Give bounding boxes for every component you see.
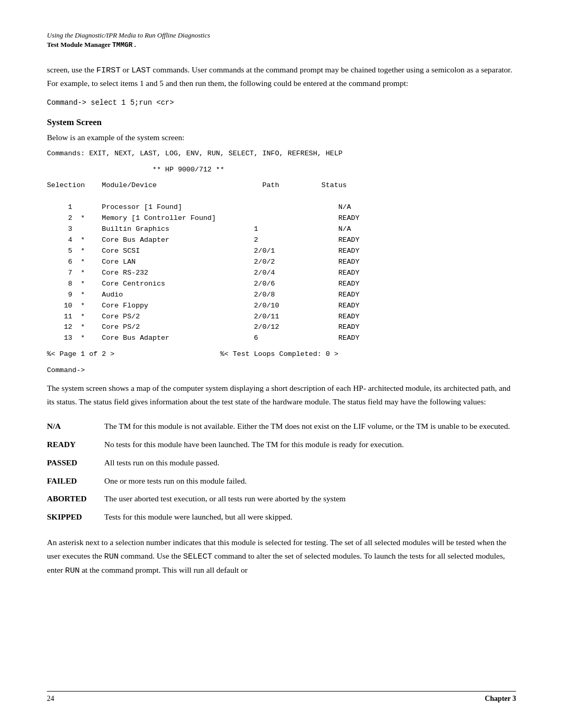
- intro-paragraph: screen, use the FIRST or LAST commands. …: [47, 64, 516, 90]
- footer: 24 Chapter 3: [47, 691, 516, 703]
- footer-chapter: Chapter 3: [485, 695, 516, 703]
- section-heading: System Screen: [47, 117, 516, 128]
- closing-paragraph: An asterisk next to a selection number i…: [47, 536, 516, 578]
- definition-term: READY: [47, 436, 104, 454]
- definition-row: ABORTEDThe user aborted test execution, …: [47, 490, 516, 508]
- breadcrumb-italic: Using the Diagnostic/IPR Media to Run Of…: [47, 31, 516, 40]
- definition-table-body: N/AThe TM for this module is not availab…: [47, 417, 516, 526]
- definition-description: One or more tests run on this module fai…: [104, 472, 516, 490]
- below-heading-text: Below is an example of the system screen…: [47, 133, 516, 142]
- definition-term: FAILED: [47, 472, 104, 490]
- command-example: Command-> select 1 5;run <cr>: [47, 98, 516, 107]
- definition-row: N/AThe TM for this module is not availab…: [47, 417, 516, 436]
- screen-commands-line: Commands: EXIT, NEXT, LAST, LOG, ENV, RU…: [47, 149, 516, 159]
- definition-description: Tests for this module were launched, but…: [104, 508, 516, 526]
- screen-table: Selection Module/Device Path Status 1 Pr…: [47, 180, 516, 344]
- definition-row: FAILEDOne or more tests run on this modu…: [47, 472, 516, 490]
- screen-command-prompt: Command->: [47, 365, 516, 376]
- screen-title: ** HP 9000/712 **: [47, 165, 516, 176]
- definition-row: READYNo tests for this module have been …: [47, 436, 516, 454]
- body-paragraph: The system screen shows a map of the com…: [47, 381, 516, 408]
- footer-page-number: 24: [47, 695, 54, 703]
- page: Using the Diagnostic/IPR Media to Run Of…: [0, 0, 563, 728]
- definition-description: The TM for this module is not available.…: [104, 417, 516, 436]
- definition-table: N/AThe TM for this module is not availab…: [47, 417, 516, 526]
- definition-description: No tests for this module have been launc…: [104, 436, 516, 454]
- breadcrumb-bold: Test Module Manager TMMGR .: [47, 41, 516, 49]
- definition-term: SKIPPED: [47, 508, 104, 526]
- definition-row: SKIPPEDTests for this module were launch…: [47, 508, 516, 526]
- definition-description: All tests run on this module passed.: [104, 454, 516, 472]
- definition-term: N/A: [47, 417, 104, 436]
- definition-description: The user aborted test execution, or all …: [104, 490, 516, 508]
- screen-footer: %< Page 1 of 2 > %< Test Loops Completed…: [47, 349, 516, 360]
- definition-term: ABORTED: [47, 490, 104, 508]
- definition-term: PASSED: [47, 454, 104, 472]
- definition-row: PASSEDAll tests run on this module passe…: [47, 454, 516, 472]
